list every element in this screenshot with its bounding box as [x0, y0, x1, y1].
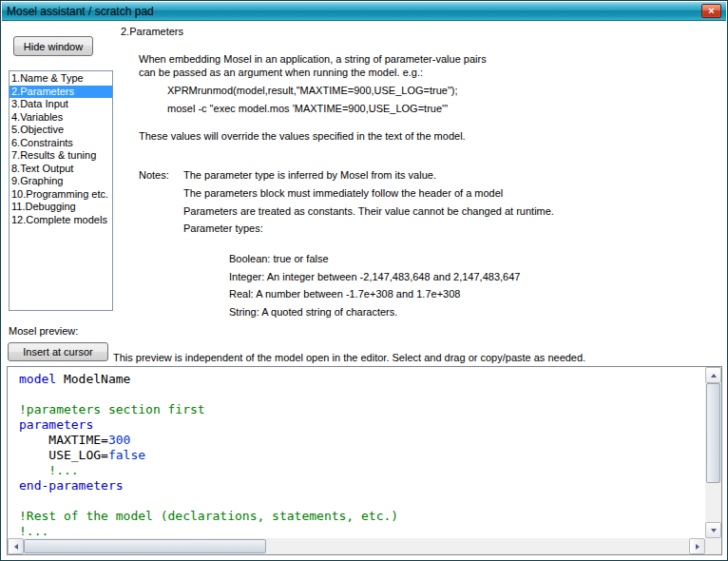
scroll-down-button[interactable] [705, 522, 721, 538]
scroll-down-icon [711, 529, 717, 532]
override-note: These values will override the values sp… [139, 130, 466, 142]
scroll-up-icon [711, 374, 717, 377]
sidebar-item-name-type[interactable]: 1.Name & Type [10, 72, 112, 86]
sidebar-item-graphing[interactable]: 9.Graphing [10, 175, 112, 188]
close-button[interactable]: × [701, 4, 721, 18]
sidebar-item-text-output[interactable]: 8.Text Output [10, 163, 112, 176]
scroll-left-icon [14, 544, 18, 550]
horizontal-scrollbar[interactable] [8, 538, 705, 554]
scroll-right-icon [696, 544, 699, 550]
note-line: The parameters block must immediately fo… [183, 187, 503, 199]
type-integer: Integer: An integer between -2,147,483,6… [229, 271, 520, 282]
code-line: end-parameters [19, 478, 705, 493]
sidebar-item-complete-models[interactable]: 12.Complete models [10, 214, 112, 227]
type-real: Real: A number between -1.7e+308 and 1.7… [229, 288, 460, 300]
titlebar[interactable]: Mosel assistant / scratch pad × [2, 2, 726, 21]
sidebar-item-debugging[interactable]: 11.Debugging [10, 201, 112, 214]
close-icon: × [708, 5, 714, 16]
vertical-scrollbar[interactable] [705, 367, 721, 538]
sidebar-item-parameters[interactable]: 2.Parameters [10, 86, 112, 99]
preview-code[interactable]: model ModelName !parameters section firs… [8, 367, 705, 538]
note-line: The parameter type is inferred by Mosel … [183, 169, 436, 181]
topic-listbox[interactable]: 1.Name & Type2.Parameters3.Data Input4.V… [9, 70, 113, 311]
code-preview-pane[interactable]: model ModelName !parameters section firs… [7, 366, 722, 555]
horizontal-scroll-thumb[interactable] [24, 539, 266, 553]
hide-window-button[interactable]: Hide window [13, 36, 93, 56]
insert-at-cursor-button[interactable]: Insert at cursor [8, 342, 108, 361]
intro-line-2: can be passed as an argument when runnin… [139, 67, 423, 78]
dialog-window: Mosel assistant / scratch pad × 2.Parame… [0, 0, 728, 561]
preview-independence-note: This preview is independent of the model… [113, 352, 585, 363]
window-title: Mosel assistant / scratch pad [7, 5, 701, 18]
sidebar-item-variables[interactable]: 4.Variables [10, 111, 112, 125]
sidebar-item-constraints[interactable]: 6.Constraints [10, 137, 112, 150]
sidebar-item-programming[interactable]: 10.Programming etc. [10, 188, 112, 202]
code-line: model ModelName [19, 372, 705, 387]
code-line [19, 493, 705, 509]
sidebar-item-data-input[interactable]: 3.Data Input [10, 98, 112, 111]
parameter-types-label: Parameter types: [183, 222, 263, 234]
code-line: !parameters section first [19, 402, 705, 417]
scroll-up-button[interactable] [705, 367, 721, 383]
code-line [19, 387, 705, 402]
intro-line-1: When embedding Mosel in an application, … [139, 53, 487, 65]
vertical-scroll-thumb[interactable] [706, 383, 720, 483]
sidebar-item-results-tuning[interactable]: 7.Results & tuning [10, 149, 112, 163]
code-line: !Rest of the model (declarations, statem… [19, 509, 705, 524]
code-line: USE_LOG=false [19, 448, 705, 463]
scroll-right-button[interactable] [689, 538, 705, 554]
code-line: !... [19, 524, 705, 538]
sidebar-item-objective[interactable]: 5.Objective [10, 124, 112, 137]
code-line: MAXTIME=300 [19, 433, 705, 448]
example-cli-call: mosel -c "exec model.mos 'MAXTIME=900,US… [167, 103, 448, 114]
type-string: String: A quoted string of characters. [229, 306, 397, 318]
type-boolean: Boolean: true or false [229, 253, 329, 264]
scroll-left-button[interactable] [8, 538, 24, 554]
page-title: 2.Parameters [121, 26, 183, 37]
scrollbar-corner [705, 538, 721, 554]
notes-label: Notes: [139, 169, 169, 181]
note-line: Parameters are treated as constants. The… [183, 205, 554, 217]
mosel-preview-label: Mosel preview: [9, 325, 78, 337]
code-line: parameters [19, 417, 705, 433]
example-api-call: XPRMrunmod(model,result,"MAXTIME=900,USE… [167, 85, 458, 96]
code-line: !... [19, 463, 705, 478]
